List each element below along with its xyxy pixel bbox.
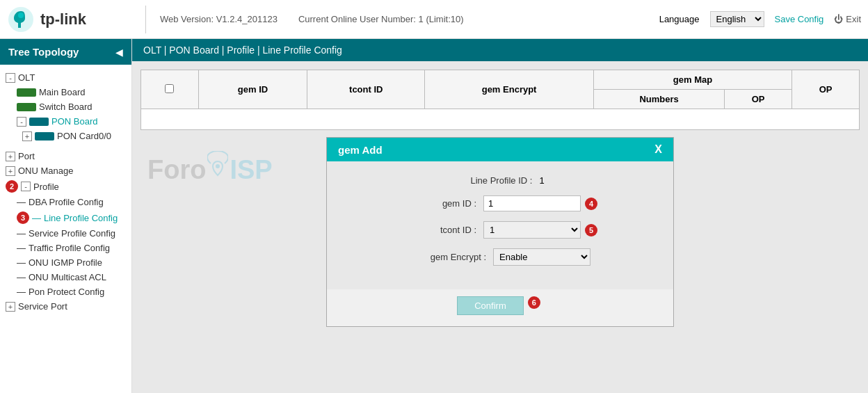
main-table: gem ID tcont ID gem Encrypt gem Map OP N… [140, 70, 860, 130]
line-profile-badge: 3 [17, 211, 29, 224]
port-label: Port [18, 151, 35, 161]
empty-row [141, 109, 860, 130]
sidebar-item-pon-card[interactable]: + PON Card0/0 [19, 129, 129, 143]
traffic-dash: — [17, 243, 26, 253]
sidebar-tree: - OLT Main Board Switch Board - PON Boar… [0, 65, 131, 393]
tplink-logo-icon [7, 6, 35, 33]
tcont-id-header: tcont ID [307, 70, 425, 109]
service-port-label: Service Port [18, 301, 67, 312]
gem-encrypt-label: gem Encrypt : [410, 252, 486, 262]
sidebar-item-dba-profile[interactable]: — DBA Profile Config [14, 195, 129, 209]
pon-card-icon [35, 132, 54, 141]
pon-board-icon [29, 118, 49, 126]
sidebar-item-olt[interactable]: - OLT [3, 70, 129, 85]
op-header: OP [792, 70, 860, 109]
sidebar-item-onu-manage[interactable]: + ONU Manage [3, 163, 129, 178]
sidebar-item-service-port[interactable]: + Service Port [3, 299, 129, 314]
power-icon: ⏻ [834, 14, 843, 24]
tcont-id-select[interactable]: 1 2 3 [483, 221, 581, 239]
sidebar-item-profile[interactable]: 2 - Profile [3, 178, 129, 195]
breadcrumb: OLT | PON Board | Profile | Line Profile… [132, 39, 868, 61]
foro-watermark: Foro ISP [147, 151, 273, 189]
line-profile-id-value: 1 [539, 175, 544, 186]
dba-dash: — [17, 197, 26, 207]
sidebar-header: Tree Topology ◀ [0, 39, 131, 65]
foro-wifi-icon [207, 151, 228, 189]
dialog-close-button[interactable]: X [654, 143, 662, 156]
sidebar-title: Tree Topology [8, 46, 79, 58]
sidebar-item-line-profile[interactable]: 3 — Line Profile Config [14, 209, 129, 226]
dialog-body: Line Profile ID : 1 gem ID : 4 tcont ID … [327, 161, 673, 289]
line-profile-label: Line Profile Config [44, 213, 118, 223]
protect-dash: — [17, 287, 26, 297]
service-profile-label: Service Profile Config [29, 228, 115, 239]
igmp-dash: — [17, 257, 26, 268]
onu-igmp-label: ONU IGMP Profile [29, 257, 102, 268]
sidebar-collapse-button[interactable]: ◀ [115, 47, 123, 58]
dialog-box: gem Add X Line Profile ID : 1 gem ID : 4 [326, 137, 674, 327]
dialog-footer: Confirm 6 [327, 289, 673, 326]
onu-multicast-label: ONU Multicast ACL [29, 272, 106, 282]
svg-point-2 [216, 164, 220, 168]
gem-id-header: gem ID [198, 70, 307, 109]
foro-isp-text: ISP [230, 155, 272, 185]
svg-point-1 [18, 13, 24, 18]
profile-label: Profile [33, 182, 59, 192]
switch-board-icon [17, 103, 36, 111]
online-user-label: Current Online User Number: 1 (Limit:10) [298, 14, 464, 24]
dba-profile-label: DBA Profile Config [29, 197, 104, 207]
sidebar-item-pon-board[interactable]: - PON Board [14, 114, 129, 129]
sidebar-item-port[interactable]: + Port [3, 149, 129, 163]
multicast-dash: — [17, 272, 26, 282]
gem-id-label: gem ID : [400, 198, 476, 209]
main-layout: Tree Topology ◀ - OLT Main Board Switch … [0, 39, 868, 393]
language-select[interactable]: English Chinese [710, 11, 764, 27]
gem-id-row: gem ID : 4 [348, 195, 652, 211]
service-dash: — [17, 228, 26, 239]
sidebar-item-service-profile[interactable]: — Service Profile Config [14, 226, 129, 241]
tcont-id-row: tcont ID : 1 2 3 5 [348, 221, 652, 239]
pon-board-label: PON Board [51, 116, 97, 127]
select-all-checkbox[interactable] [165, 84, 174, 93]
sidebar-item-switch-board[interactable]: Switch Board [14, 99, 129, 114]
badge-4: 4 [585, 198, 597, 210]
gem-encrypt-row: gem Encrypt : Enable Disable [348, 248, 652, 266]
sidebar-item-onu-multicast[interactable]: — ONU Multicast ACL [14, 270, 129, 284]
port-icon: + [6, 152, 15, 161]
pon-protect-label: Pon Protect Config [29, 287, 104, 297]
header-right: Language English Chinese Save Config ⏻ E… [659, 11, 861, 27]
main-board-icon [17, 88, 36, 97]
switch-board-label: Switch Board [39, 102, 93, 112]
sidebar-item-traffic-profile[interactable]: — Traffic Profile Config [14, 241, 129, 255]
olt-expand-icon: - [6, 73, 15, 83]
gem-map-op-header: OP [725, 90, 792, 109]
dialog-header: gem Add X [327, 138, 673, 161]
line-profile-id-label: Line Profile ID : [456, 175, 532, 186]
dialog-overlay: Foro ISP gem Add X Line Pr [140, 137, 860, 327]
confirm-button[interactable]: Confirm [457, 296, 524, 315]
profile-badge: 2 [6, 180, 18, 193]
tcont-id-label: tcont ID : [400, 225, 476, 235]
exit-label: Exit [846, 14, 861, 24]
save-config-button[interactable]: Save Config [775, 14, 824, 24]
line-dash: — [32, 213, 41, 223]
logo-text: tp-link [40, 10, 86, 29]
language-label: Language [659, 14, 700, 24]
dialog-title: gem Add [338, 144, 383, 156]
sidebar-item-main-board[interactable]: Main Board [14, 85, 129, 99]
gem-map-numbers-header: Numbers [593, 90, 724, 109]
gem-id-input[interactable] [483, 195, 581, 211]
header: tp-link Web Version: V1.2.4_201123 Curre… [0, 0, 868, 39]
sidebar-item-pon-protect[interactable]: — Pon Protect Config [14, 284, 129, 299]
exit-button[interactable]: ⏻ Exit [834, 14, 861, 24]
sidebar-item-onu-igmp[interactable]: — ONU IGMP Profile [14, 255, 129, 270]
olt-label: OLT [18, 72, 35, 83]
main-board-label: Main Board [39, 87, 85, 97]
content-inner: gem ID tcont ID gem Encrypt gem Map OP N… [132, 61, 868, 393]
pon-card-label: PON Card0/0 [57, 131, 111, 141]
gem-encrypt-header: gem Encrypt [425, 70, 594, 109]
gem-encrypt-select[interactable]: Enable Disable [493, 248, 590, 266]
service-port-icon: + [6, 302, 15, 312]
gem-map-header: gem Map [593, 70, 791, 90]
onu-manage-icon: + [6, 166, 15, 176]
